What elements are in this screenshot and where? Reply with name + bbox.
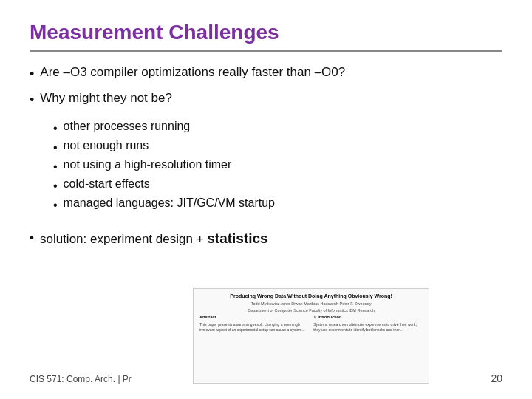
sub-bullets: • other processes running • not enough r… (53, 120, 502, 214)
abstract-text: This paper presents a surprising result:… (200, 322, 305, 332)
bottom-area: CIS 571: Comp. Arch. | Pr Producing Wron… (30, 281, 502, 384)
solution-dot: • (30, 231, 34, 245)
bullet-2: • Why might they not be? (30, 91, 502, 109)
footer-left: CIS 571: Comp. Arch. | Pr (30, 374, 132, 384)
intro-text: Systems researchers often use experiment… (313, 322, 417, 332)
sub-text-5: managed languages: JIT/GC/VM startup (64, 197, 275, 210)
paper-preview: Producing Wrong Data Without Doing Anyth… (193, 288, 429, 384)
slide: Measurement Challenges • Are –O3 compile… (0, 0, 532, 399)
page-number: 20 (491, 372, 502, 384)
solution-prefix: solution: experiment design + (40, 232, 207, 246)
sub-dot-4: • (53, 177, 58, 195)
sub-bullet-3: • not using a high-resolution timer (53, 158, 502, 176)
slide-title: Measurement Challenges (30, 21, 502, 44)
sub-bullet-2: • not enough runs (53, 139, 502, 157)
sub-dot-1: • (53, 120, 58, 137)
bullet-1-dot: • (30, 65, 34, 83)
sub-text-3: not using a high-resolution timer (64, 158, 232, 171)
paper-abstract-col: Abstract This paper presents a surprisin… (200, 315, 309, 332)
sub-text-4: cold-start effects (64, 177, 150, 191)
solution-bold: statistics (207, 231, 267, 246)
sub-bullet-1: • other processes running (53, 120, 502, 137)
sub-dot-5: • (53, 197, 58, 214)
sub-dot-2: • (53, 139, 58, 157)
bullet-1-text: Are –O3 compiler optimizations really fa… (40, 65, 345, 80)
paper-authors: Todd Mytkowicz Amer Diwan Matthias Hausw… (251, 301, 372, 306)
intro-header: 1. Introduction (313, 315, 423, 321)
bullet-2-dot: • (30, 91, 34, 109)
bullet-1: • Are –O3 compiler optimizations really … (30, 65, 502, 83)
paper-columns: Abstract This paper presents a surprisin… (200, 315, 423, 332)
sub-bullet-4: • cold-start effects (53, 177, 502, 195)
bullet-2-text: Why might they not be? (40, 91, 172, 106)
solution-text: solution: experiment design + statistics (40, 231, 268, 247)
abstract-header: Abstract (200, 315, 309, 321)
main-content: • Are –O3 compiler optimizations really … (30, 65, 502, 281)
sub-text-1: other processes running (64, 120, 191, 133)
sub-bullet-5: • managed languages: JIT/GC/VM startup (53, 197, 502, 214)
paper-affiliations: Department of Computer Science Faculty o… (248, 308, 375, 313)
paper-title: Producing Wrong Data Without Doing Anyth… (230, 293, 392, 299)
sub-text-2: not enough runs (64, 139, 149, 152)
solution-line: • solution: experiment design + statisti… (30, 231, 502, 247)
title-area: Measurement Challenges (30, 21, 502, 52)
paper-intro-col: 1. Introduction Systems researchers ofte… (313, 315, 423, 332)
sub-dot-3: • (53, 158, 58, 176)
